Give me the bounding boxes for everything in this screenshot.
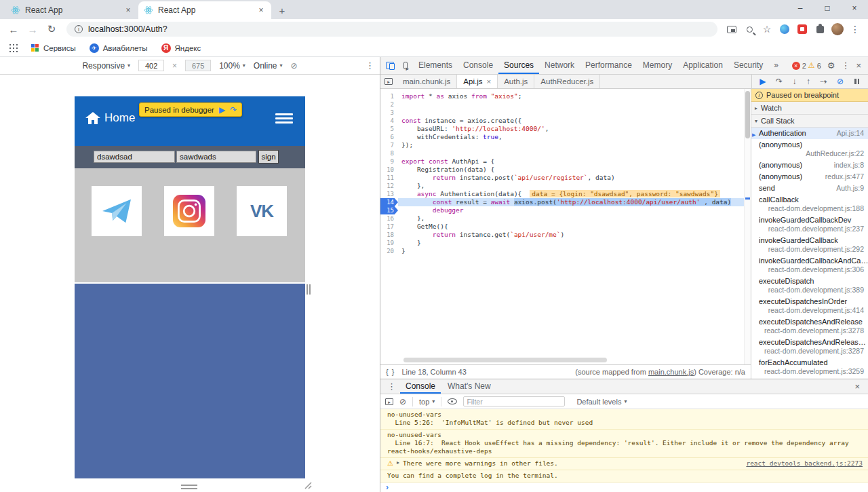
code-line[interactable]: 18 return instance.get(`api/user/me`) <box>380 231 751 239</box>
code-line[interactable]: 12 }, <box>380 182 751 190</box>
bookmark-services[interactable]: Сервисы <box>31 44 76 52</box>
frame-location[interactable]: react-dom.development.js:3278 <box>764 326 864 335</box>
maximize-button[interactable]: □ <box>814 0 841 16</box>
line-number[interactable]: 10 <box>380 166 398 174</box>
device-mode-select[interactable]: Responsive ▾ <box>82 61 130 71</box>
forward-icon[interactable]: → <box>24 21 41 37</box>
device-toolbar-menu-icon[interactable]: ⋮ <box>366 60 374 71</box>
profile-avatar[interactable] <box>830 22 845 37</box>
extension-red-icon[interactable] <box>795 22 810 37</box>
home-link[interactable]: Home <box>85 111 135 125</box>
extension-circle-icon[interactable] <box>777 22 792 37</box>
frame-location[interactable]: react-dom.development.js:389 <box>768 286 864 295</box>
code-line[interactable]: 20} <box>380 247 751 255</box>
frame-location[interactable]: react-dom.development.js:3287 <box>764 347 864 356</box>
reload-icon[interactable]: ↻ <box>43 21 60 37</box>
line-number[interactable]: 3 <box>380 109 398 117</box>
bookmark-star-icon[interactable]: ☆ <box>760 22 774 37</box>
minimize-button[interactable]: – <box>787 0 814 16</box>
watch-section-header[interactable]: ▸ Watch <box>751 102 868 115</box>
editor-h-scrollbar[interactable] <box>403 358 607 362</box>
frame-location[interactable]: react-dom.development.js:3259 <box>764 367 864 376</box>
call-stack-frame[interactable]: executeDispatchesInOrderreact-dom.develo… <box>751 296 868 316</box>
navigator-toggle-icon[interactable]: ▸ <box>380 75 397 88</box>
error-badge[interactable]: × 2 ⚠ 6 <box>792 61 821 70</box>
console-filter-input[interactable] <box>463 396 565 406</box>
line-number[interactable]: 13 <box>380 190 398 198</box>
call-stack-frame[interactable]: executeDispatchreact-dom.development.js:… <box>751 276 868 296</box>
devtools-settings-icon[interactable]: ⚙ <box>827 60 835 71</box>
line-number[interactable]: 20 <box>380 247 398 255</box>
devtools-tab-performance[interactable]: Performance <box>580 57 637 74</box>
browser-tab-1[interactable]: React App × <box>5 1 138 19</box>
line-number[interactable]: 18 <box>380 231 398 239</box>
deactivate-breakpoints-icon[interactable]: ⊘ <box>837 77 844 86</box>
line-number[interactable]: 2 <box>380 100 398 109</box>
code-line[interactable]: 9export const AuthApi = { <box>380 157 751 166</box>
frame-location[interactable]: react-dom.development.js:188 <box>768 204 864 213</box>
call-stack-frame[interactable]: (anonymous)redux.js:477 <box>751 171 868 183</box>
line-number[interactable]: 6 <box>380 133 398 141</box>
devtools-close-icon[interactable]: × <box>856 60 861 71</box>
frame-location[interactable]: react-dom.development.js:414 <box>768 306 864 315</box>
throttling-select[interactable]: Online ▾ <box>254 61 283 71</box>
password-input[interactable] <box>176 151 256 163</box>
devtools-tab-console[interactable]: Console <box>458 57 498 74</box>
step-over-icon[interactable]: ↷ <box>776 77 783 86</box>
frame-location[interactable]: react-dom.development.js:292 <box>768 245 864 254</box>
browser-menu-icon[interactable]: ⋮ <box>848 22 863 37</box>
code-line[interactable]: 10 Registration(data) { <box>380 166 751 174</box>
code-line[interactable]: 13 async Authentication(data){data = {lo… <box>380 190 751 198</box>
bookmark-yandex[interactable]: Я Яндекс <box>161 43 201 53</box>
call-stack-frame[interactable]: (anonymous)index.js:8 <box>751 159 868 171</box>
resume-script-icon[interactable]: ▶ <box>219 105 225 115</box>
line-number[interactable]: 4 <box>380 117 398 125</box>
address-bar[interactable]: i localhost:3000/Auth? <box>66 22 717 37</box>
browser-tab-2[interactable]: React App × <box>138 1 271 19</box>
frame-location[interactable]: redux.js:477 <box>825 172 864 181</box>
instagram-card[interactable] <box>164 186 214 236</box>
step-icon[interactable]: ⇢ <box>821 77 827 86</box>
corner-resize-handle[interactable] <box>302 480 312 489</box>
new-tab-button[interactable]: + <box>274 5 290 16</box>
devtools-menu-icon[interactable]: ⋮ <box>841 60 850 71</box>
close-file-icon[interactable]: × <box>486 77 491 86</box>
tab-close-icon[interactable]: × <box>256 5 266 15</box>
login-input[interactable] <box>94 151 175 163</box>
line-number[interactable]: 7 <box>380 141 398 149</box>
devtools-tab-security[interactable]: Security <box>728 57 768 74</box>
inspect-element-icon[interactable] <box>398 58 413 73</box>
format-code-icon[interactable]: { } <box>386 368 395 376</box>
expand-caret-icon[interactable]: ▸ <box>397 459 399 466</box>
viewport-width-input[interactable] <box>138 60 164 71</box>
viewport-height-input[interactable] <box>185 60 211 71</box>
frame-location[interactable]: Auth.js:9 <box>836 184 864 193</box>
step-over-icon[interactable]: ↷ <box>230 105 237 115</box>
site-info-icon[interactable]: i <box>75 25 83 33</box>
code-line[interactable]: 6 withCredentials: true, <box>380 133 751 141</box>
tab-whats-new[interactable]: What's New <box>442 379 496 394</box>
line-number[interactable]: 16 <box>380 214 398 223</box>
sign-button[interactable]: sign <box>258 150 279 164</box>
step-into-icon[interactable]: ↓ <box>793 77 797 86</box>
line-number[interactable]: 11 <box>380 174 398 182</box>
step-out-icon[interactable]: ↑ <box>806 77 810 86</box>
frame-location[interactable]: react-dom.development.js:237 <box>768 225 864 233</box>
frame-location[interactable]: react-dom.development.js:306 <box>768 265 864 274</box>
line-number[interactable]: 14 <box>380 198 398 206</box>
call-stack-frame[interactable]: invokeGuardedCallbackAndCa…react-dom.dev… <box>751 255 868 276</box>
file-tab-api-js[interactable]: Api.js× <box>457 75 498 88</box>
extensions-puzzle-icon[interactable] <box>812 22 827 37</box>
file-tab-authreducer-js[interactable]: AuthReducer.js <box>534 75 600 88</box>
code-line[interactable]: 19 } <box>380 239 751 247</box>
call-stack-frame[interactable]: sendAuth.js:9 <box>751 183 868 194</box>
source-map-link[interactable]: main.chunk.js <box>648 368 694 376</box>
device-toolbar-toggle-icon[interactable] <box>383 58 398 73</box>
line-number[interactable]: 12 <box>380 182 398 190</box>
zoom-select[interactable]: 100% ▾ <box>219 61 245 71</box>
call-stack-frame[interactable]: (anonymous)AuthReducer.js:22 <box>751 139 868 159</box>
console-source-link[interactable]: react_devtools_backend.js:2273 <box>746 459 863 467</box>
code-line[interactable]: 2 <box>380 100 751 109</box>
call-stack-frame[interactable]: callCallbackreact-dom.development.js:188 <box>751 194 868 214</box>
code-line[interactable]: 8 <box>380 149 751 157</box>
